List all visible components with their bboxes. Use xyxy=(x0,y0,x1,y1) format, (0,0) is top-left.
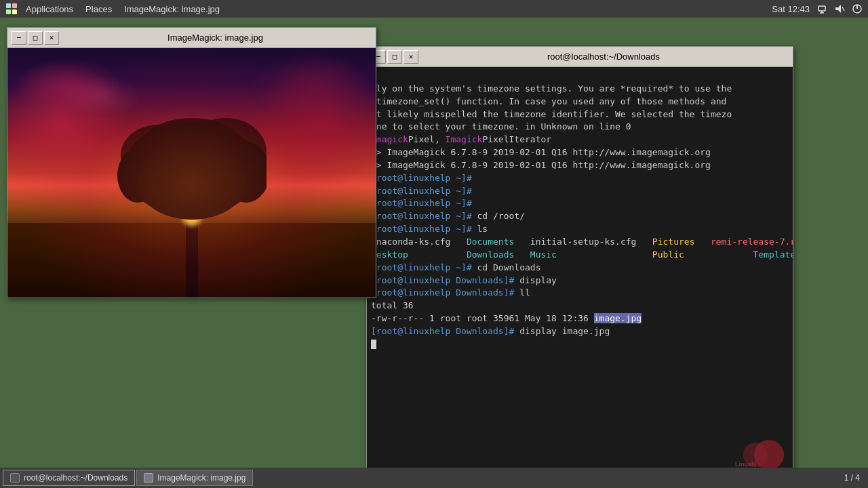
svg-rect-2 xyxy=(6,9,11,14)
power-icon xyxy=(852,3,863,14)
imagemagick-maximize-btn[interactable]: □ xyxy=(28,31,43,45)
imagemagick-version-1: => ImageMagick 6.7.8-9 2019-02-01 Q16 ht… xyxy=(371,147,711,157)
cloud-wisp-2 xyxy=(250,52,372,119)
imagemagick-minimize-btn[interactable]: − xyxy=(12,31,26,45)
taskbar-pager: 1 / 4 xyxy=(844,473,865,483)
cursor-line xyxy=(371,339,376,349)
ls-cmd: [root@linuxhelp ~]# ls xyxy=(371,224,488,234)
warning-line-3: st likely misspelled the timezone identi… xyxy=(371,109,732,119)
clock: Sat 12:43 xyxy=(772,4,810,14)
prompt-3: [root@linuxhelp ~]# xyxy=(371,198,477,208)
app-icon xyxy=(5,3,18,15)
imagemagick-window: − □ ✕ ImageMagick: image.jpg xyxy=(7,27,376,298)
imagemagick-image-display xyxy=(7,48,376,298)
taskbar-terminal-label: root@localhost:~/Downloads xyxy=(24,473,127,483)
imagemagick-menu[interactable]: ImageMagick: image.jpg xyxy=(119,3,225,16)
linuxhelp-logo: LinuxH xyxy=(732,438,786,468)
svg-text:LinuxH: LinuxH xyxy=(735,461,756,468)
cloud-wisp-3 xyxy=(62,75,143,116)
imagemagick-window-controls: − □ ✕ xyxy=(12,31,59,45)
svg-rect-3 xyxy=(12,9,17,14)
svg-line-8 xyxy=(842,7,844,11)
terminal-window-title: root@localhost:~/Downloads xyxy=(418,52,789,62)
taskbar-terminal[interactable]: root@localhost:~/Downloads xyxy=(3,470,135,486)
total-line: total 36 xyxy=(371,300,414,310)
imagemagick-version-2: => ImageMagick 6.7.8-9 2019-02-01 Q16 ht… xyxy=(371,160,711,170)
terminal-close-btn[interactable]: ✕ xyxy=(403,50,418,64)
terminal-titlebar: − □ ✕ root@localhost:~/Downloads xyxy=(367,47,793,67)
places-menu[interactable]: Places xyxy=(80,3,117,16)
top-bar-left: Applications Places ImageMagick: image.j… xyxy=(5,3,225,16)
warning-line-2: _timezone_set() function. In case you us… xyxy=(371,96,726,106)
file-line: -rw-r--r-- 1 root root 35961 May 18 12:3… xyxy=(371,313,642,323)
svg-marker-7 xyxy=(835,5,841,13)
cd-downloads-cmd: [root@linuxhelp ~]# cd Downloads xyxy=(371,262,540,272)
top-menubar: Applications Places ImageMagick: image.j… xyxy=(0,0,868,18)
desktop: − □ ✕ ImageMagick: image.jpg xyxy=(0,18,868,468)
display-cmd: [root@linuxhelp Downloads]# display xyxy=(371,275,557,285)
warning-line-1: ely on the system's timezone settings. Y… xyxy=(371,83,732,94)
ls-output-2: Desktop Downloads Music Public Templates xyxy=(371,249,793,260)
svg-rect-1 xyxy=(12,3,17,8)
imagemagick-titlebar: − □ ✕ ImageMagick: image.jpg xyxy=(7,28,376,48)
ll-cmd: [root@linuxhelp Downloads]# ll xyxy=(371,287,530,298)
taskbar-imagemagick-label: ImageMagick: image.jpg xyxy=(157,473,245,483)
terminal-maximize-btn[interactable]: □ xyxy=(387,50,402,64)
volume-icon xyxy=(834,3,845,14)
svg-rect-0 xyxy=(6,3,11,8)
taskbar-terminal-icon xyxy=(10,473,20,483)
network-icon xyxy=(816,3,827,14)
imagemagick-window-title: ImageMagick: image.jpg xyxy=(59,33,372,43)
taskbar: root@localhost:~/Downloads ImageMagick: … xyxy=(0,468,868,488)
cd-root-cmd: [root@linuxhelp ~]# cd /root/ xyxy=(371,211,525,221)
top-bar-right: Sat 12:43 xyxy=(772,3,863,14)
imagemagick-close-btn[interactable]: ✕ xyxy=(44,31,59,45)
prompt-2: [root@linuxhelp ~]# xyxy=(371,186,477,196)
taskbar-imagemagick-icon xyxy=(144,473,153,483)
taskbar-imagemagick[interactable]: ImageMagick: image.jpg xyxy=(136,470,253,486)
terminal-content: ely on the system's timezone settings. Y… xyxy=(367,67,793,366)
svg-rect-4 xyxy=(818,6,825,11)
applications-menu[interactable]: Applications xyxy=(20,3,79,16)
display-image-cmd: [root@linuxhelp Downloads]# display imag… xyxy=(371,326,610,336)
terminal-window-controls: − □ ✕ xyxy=(371,50,418,64)
ls-output-1: anaconda-ks.cfg Documents initial-setup-… xyxy=(371,237,793,247)
terminal-window: − □ ✕ root@localhost:~/Downloads ely on … xyxy=(366,46,793,468)
prompt-1: [root@linuxhelp ~]# xyxy=(371,173,477,183)
imagick-line-1: ImagickPixel, ImagickPixelIterator xyxy=(371,134,551,144)
warning-line-4: one to select your timezone. in Unknown … xyxy=(371,121,631,131)
